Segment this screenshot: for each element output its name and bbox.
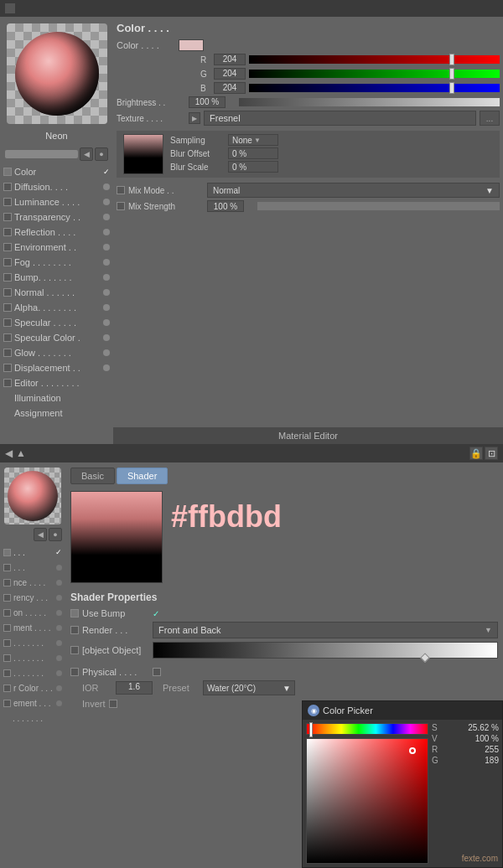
channel-checkbox-luminance[interactable] [3,198,12,206]
left-sidebar: Neon ◀ ● Color ✓ Diffusion. . . . [0,17,113,444]
expand-icon[interactable]: ⊡ [485,447,498,460]
channel-checkbox-fog[interactable] [3,258,12,266]
sampling-dropdown[interactable]: None ▼ [228,134,278,146]
channel-checkbox-specular[interactable] [3,318,12,327]
next-material-btn[interactable]: ● [95,147,108,161]
bottom-ch-6[interactable]: ment . . . . [0,620,65,635]
cp-sv-handle[interactable] [409,747,416,754]
channel-checkbox-color[interactable] [3,168,12,176]
texture-options-btn[interactable]: ... [480,111,500,126]
brightness-bar[interactable] [239,98,500,106]
lock-icon[interactable]: 🔒 [469,447,483,460]
channel-item-luminance[interactable]: Luminance . . . . [0,194,113,209]
bottom-ch-8[interactable]: . . . . . . . [0,650,65,665]
physical-enable-checkbox[interactable] [153,668,161,676]
channel-checkbox-bump[interactable] [3,273,12,282]
channel-item-glow[interactable]: Glow . . . . . . . [0,345,113,360]
render-dropdown[interactable]: Front and Back ▼ [153,622,498,638]
channel-checkbox-reflection[interactable] [3,228,12,236]
cp-s-value: 25.62 % [448,723,499,732]
tab-shader[interactable]: Shader [117,468,168,484]
render-checkbox[interactable] [70,626,79,634]
r-bar[interactable] [249,55,500,64]
material-slider[interactable] [5,150,78,158]
preset-dropdown[interactable]: Water (20°C) ▼ [203,680,295,695]
prev-material-btn[interactable]: ◀ [80,147,93,161]
color-swatch[interactable] [179,39,204,51]
channel-item-editor[interactable]: Editor . . . . . . . . [0,375,113,390]
mix-mode-dropdown[interactable]: Normal ▼ [207,183,500,198]
invert-checkbox[interactable] [109,700,117,708]
channel-item-transparency[interactable]: Transparency . . [0,209,113,225]
channel-checkbox-alpha[interactable] [3,303,12,312]
physical-checkbox[interactable] [70,668,79,676]
tab-basic[interactable]: Basic [70,468,115,484]
bottom-ch-9[interactable]: . . . . . . . [0,665,65,680]
channel-item-reflection[interactable]: Reflection . . . . [0,225,113,240]
b-bar[interactable] [249,84,500,92]
gradient-checkbox[interactable] [70,646,79,654]
texture-name-bar[interactable]: Fresnel [204,111,476,126]
blur-offset-input[interactable]: 0 % [228,147,278,159]
channel-item-color[interactable]: Color ✓ [0,164,113,179]
channel-item-specular[interactable]: Specular . . . . . [0,315,113,330]
r-input[interactable]: 204 [214,54,246,65]
gradient-bar[interactable] [153,642,498,659]
bottom-channel-list: . . . ✓ . . . nce . . . . rency . . . [0,543,65,727]
mix-strength-checkbox[interactable] [117,202,125,210]
bottom-next-btn[interactable]: ● [49,528,62,541]
channel-checkbox-transparency[interactable] [3,213,12,221]
bottom-ch-12[interactable]: . . . . . . . [0,710,65,726]
channel-item-diffusion[interactable]: Diffusion. . . . [0,179,113,194]
g-label: G [200,70,210,79]
bottom-ch-4[interactable]: rency . . . [0,590,65,605]
channel-item-normal[interactable]: Normal . . . . . . [0,285,113,300]
color-picker-panel: ◉ Color Picker S 25.62 % V 100 % R 255 [302,700,503,868]
bottom-ch-5[interactable]: on . . . . . [0,605,65,620]
channel-list: Color ✓ Diffusion. . . . Luminance . . .… [0,163,113,422]
channel-checkbox-editor[interactable] [3,379,12,387]
cp-hue-handle[interactable] [309,722,313,737]
g-bar[interactable] [249,70,500,78]
bottom-ch-10[interactable]: r Color . . . [0,680,65,695]
back-arrow-icon[interactable]: ◀ [5,447,13,459]
channel-checkbox-displacement[interactable] [3,364,12,372]
bottom-ch-11[interactable]: ement . . . [0,695,65,710]
mix-strength-bar[interactable] [257,202,500,210]
use-bump-checkbox[interactable] [70,609,79,617]
blur-scale-row: Blur Scale 0 % [170,161,493,173]
b-input[interactable]: 204 [214,82,246,94]
channel-checkbox-glow[interactable] [3,349,12,357]
texture-toggle-btn[interactable]: ▶ [189,112,200,124]
up-arrow-icon[interactable]: ▲ [16,447,26,459]
brightness-input[interactable]: 100 % [189,96,226,108]
bottom-prev-btn[interactable]: ◀ [34,528,47,541]
mix-mode-checkbox[interactable] [117,186,125,194]
bottom-channel-active[interactable]: . . . ✓ [0,545,65,560]
bottom-ch-2[interactable]: . . . [0,560,65,575]
g-input[interactable]: 204 [214,68,246,80]
cp-sv-area[interactable] [306,738,428,864]
cp-hue-bar[interactable] [306,723,428,735]
bottom-ch-3[interactable]: nce . . . . [0,575,65,590]
shader-properties-title: Shader Properties [70,592,498,603]
channel-checkbox-diffusion[interactable] [3,183,12,191]
channel-item-specular-color[interactable]: Specular Color . [0,330,113,345]
blur-scale-input[interactable]: 0 % [228,161,278,173]
channel-item-bump[interactable]: Bump. . . . . . . [0,270,113,285]
channel-item-displacement[interactable]: Displacement . . [0,360,113,375]
bottom-ch-7[interactable]: . . . . . . . [0,635,65,650]
watermark: fexte.com [462,854,498,863]
channel-item-fog[interactable]: Fog . . . . . . . . [0,255,113,270]
texture-preview [123,134,163,174]
cp-g-label: G [432,756,445,765]
channel-item-environment[interactable]: Environment . . [0,240,113,255]
channel-checkbox-environment[interactable] [3,243,12,251]
mix-strength-input[interactable]: 100 % [207,200,244,212]
channel-item-alpha[interactable]: Alpha. . . . . . . . [0,300,113,315]
channel-item-assignment[interactable]: Assignment [0,406,113,421]
ior-input[interactable]: 1.6 [116,681,153,695]
channel-checkbox-specular-color[interactable] [3,333,12,342]
channel-item-illumination[interactable]: Illumination [0,390,113,406]
channel-checkbox-normal[interactable] [3,288,12,297]
